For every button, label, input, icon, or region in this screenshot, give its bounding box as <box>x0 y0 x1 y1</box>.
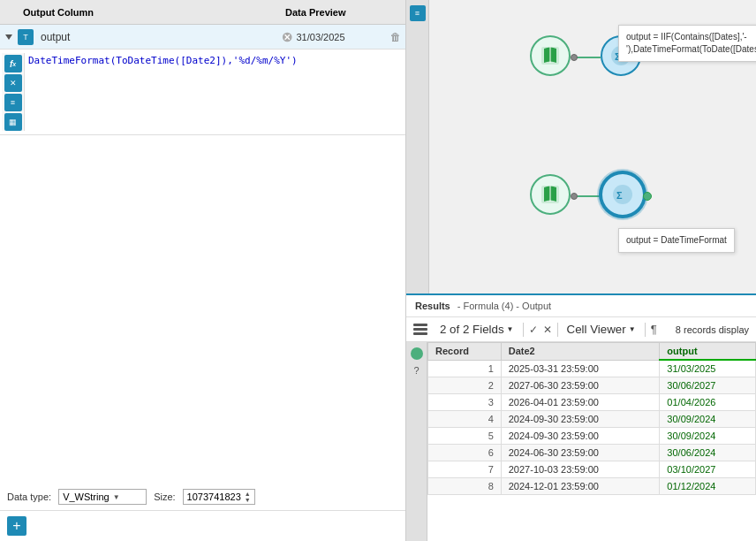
svg-text:Σ: Σ <box>616 190 623 201</box>
toolbar-divider-3 <box>645 323 646 337</box>
cell-viewer-label: Cell Viewer <box>567 323 626 336</box>
connection-line-2 <box>574 195 601 197</box>
table-row: 52024-09-30 23:59:0030/09/2024 <box>428 428 756 445</box>
size-label: Size: <box>154 491 175 502</box>
formula-row: fx ✕ ≡ ▦ DateTimeFormat(ToDateTime([Date… <box>0 50 405 135</box>
datatype-label: Data type: <box>7 491 51 502</box>
cell-record: 1 <box>428 360 502 377</box>
data-table: Record Date2 output 12025-03-31 23:59:00… <box>427 342 756 495</box>
table-row: 42024-09-30 23:59:0030/09/2024 <box>428 411 756 428</box>
spinner-up-btn[interactable]: ▲ <box>245 491 251 497</box>
formula-icon-2: Σ <box>610 182 635 207</box>
cell-date2: 2024-06-30 23:59:00 <box>501 445 660 461</box>
cell-output: 03/10/2027 <box>660 461 756 478</box>
cell-date2: 2026-04-01 23:59:00 <box>501 394 660 411</box>
icon-table[interactable]: ▦ <box>4 113 22 131</box>
cell-output: 01/04/2026 <box>660 394 756 411</box>
connection-line-1 <box>574 57 601 58</box>
cell-viewer-btn[interactable]: Cell Viewer ▼ <box>563 321 639 338</box>
toolbar-list-icon <box>413 324 427 326</box>
results-status-icon <box>411 347 423 360</box>
book-icon-2 <box>538 182 563 207</box>
table-row: 32026-04-01 23:59:0001/04/2026 <box>428 394 756 411</box>
datatype-row: Data type: V_WString ▼ Size: 1073741823 … <box>0 484 405 511</box>
results-panel: Results - Formula (4) - Output 2 of 2 Fi… <box>406 293 756 541</box>
cell-date2: 2027-10-03 23:59:00 <box>501 461 660 478</box>
paragraph-icon[interactable]: ¶ <box>651 323 657 336</box>
cell-record: 5 <box>428 428 502 445</box>
col-header-date2: Date2 <box>501 343 660 361</box>
cell-record: 6 <box>428 445 502 461</box>
book-node-1[interactable] <box>530 35 574 80</box>
left-panel: Output Column Data Preview T output 31/0… <box>0 0 406 541</box>
table-row: 12025-03-31 23:59:0031/03/2025 <box>428 360 756 377</box>
datatype-select[interactable]: V_WString ▼ <box>58 489 147 505</box>
field-type-icon: T <box>18 29 34 45</box>
results-side-icons: ? <box>406 342 427 541</box>
delete-field-btn[interactable]: 🗑 <box>387 31 405 43</box>
table-row: 22027-06-30 23:59:0030/06/2027 <box>428 377 756 394</box>
svg-marker-0 <box>5 34 12 40</box>
fields-count-label: 2 of 2 Fields <box>440 323 504 336</box>
cell-record: 8 <box>428 478 502 495</box>
cell-record: 2 <box>428 377 502 394</box>
node-formula2-right-connector <box>643 192 652 201</box>
book-icon-1 <box>538 43 563 68</box>
formula-expression[interactable]: DateTimeFormat(ToDateTime([Date2]),'%d/%… <box>25 53 404 68</box>
check-icon[interactable]: ✓ <box>529 324 538 336</box>
node-group-2: Σ <box>530 172 648 220</box>
node-1-right-connector <box>571 54 578 61</box>
results-subtitle: - Formula (4) - Output <box>457 301 551 311</box>
icon-list[interactable]: ≡ <box>4 94 22 111</box>
results-info-icon[interactable]: ? <box>413 365 419 376</box>
results-table: Record Date2 output 12025-03-31 23:59:00… <box>427 342 756 541</box>
cell-output: 30/09/2024 <box>660 428 756 445</box>
output-field-row: T output 31/03/2025 🗑 <box>0 25 405 50</box>
cell-record: 7 <box>428 461 502 478</box>
table-row: 72027-10-03 23:59:0003/10/2027 <box>428 461 756 478</box>
size-value[interactable]: 1073741823 <box>187 491 241 502</box>
cell-record: 3 <box>428 394 502 411</box>
book-node-2[interactable] <box>530 174 574 218</box>
cell-date2: 2025-03-31 23:59:00 <box>501 360 660 377</box>
formula-node-2[interactable]: Σ <box>601 172 648 220</box>
cell-output: 30/09/2024 <box>660 411 756 428</box>
clear-icon[interactable] <box>282 31 292 43</box>
cell-viewer-arrow-icon: ▼ <box>629 325 636 333</box>
table-row: 82024-12-01 23:59:0001/12/2024 <box>428 478 756 495</box>
canvas-sidebar-icons: ≡ <box>406 0 429 293</box>
fields-dropdown-arrow-icon: ▼ <box>507 325 514 333</box>
canvas-area: Σ output = IIF(Contains([Dates],'-'),Dat… <box>406 0 756 293</box>
right-panel: Σ output = IIF(Contains([Dates],'-'),Dat… <box>406 0 756 541</box>
size-input-container: 1073741823 ▲ ▼ <box>183 489 255 505</box>
cell-date2: 2024-12-01 23:59:00 <box>501 478 660 495</box>
toolbar-divider-2 <box>557 323 558 337</box>
formula-editor-space <box>0 135 405 484</box>
datatype-value: V_WString <box>63 491 110 502</box>
cell-record: 4 <box>428 411 502 428</box>
toolbar-list-icon-3 <box>413 332 427 335</box>
toolbar-divider-1 <box>523 323 524 337</box>
datatype-arrow-icon: ▼ <box>113 493 120 501</box>
tooltip-1: output = IIF(Contains([Dates],'-'),DateT… <box>618 25 756 62</box>
field-name: output <box>37 27 282 47</box>
preview-column-header: Data Preview <box>285 7 400 18</box>
records-count: 8 records display <box>676 324 749 335</box>
fields-dropdown-btn[interactable]: 2 of 2 Fields ▼ <box>436 321 518 338</box>
row-expand-btn[interactable] <box>0 32 18 42</box>
cell-date2: 2027-06-30 23:59:00 <box>501 377 660 394</box>
column-header-row: Output Column Data Preview <box>0 0 405 25</box>
node-2-right-connector <box>571 193 578 200</box>
cell-output: 31/03/2025 <box>660 360 756 377</box>
results-title: Results <box>415 301 450 311</box>
icon-x[interactable]: ✕ <box>4 74 22 92</box>
formula-icon-fx: fx <box>4 55 22 72</box>
add-row: + <box>0 511 405 541</box>
cell-output: 30/06/2027 <box>660 377 756 394</box>
canvas-sidebar-icon-1[interactable]: ≡ <box>410 5 426 21</box>
add-field-btn[interactable]: + <box>7 516 26 536</box>
results-body: ? Record Date2 output 12025-03-31 23:59:… <box>406 342 756 541</box>
results-toolbar: 2 of 2 Fields ▼ ✓ ✕ Cell Viewer ▼ ¶ 8 re… <box>406 317 756 342</box>
spinner-down-btn[interactable]: ▼ <box>245 497 251 503</box>
toolbar-x-icon[interactable]: ✕ <box>543 324 552 336</box>
